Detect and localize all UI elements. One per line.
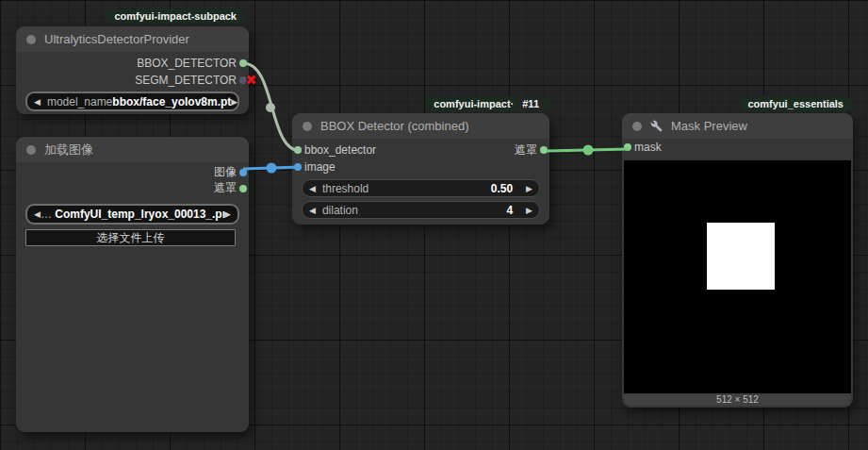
widget-value: bbox/face_yolov8m.pt [112, 95, 231, 108]
wire-mask [547, 149, 629, 151]
choose-file-upload-button[interactable]: 选择文件上传 [25, 229, 236, 246]
prev-arrow-icon[interactable]: ◀ [34, 209, 41, 219]
badge-text: comfyui_essentials [748, 98, 844, 109]
output-slot-segm-detector[interactable]: SEGM_DETECTOR [16, 72, 249, 89]
node-title-bar[interactable]: UltralyticsDetectorProvider [16, 26, 249, 52]
node-badge-essentials: comfyui_essentials [741, 96, 852, 111]
badge-text: comfyui-impact-subpack [114, 10, 237, 22]
input-slot-image[interactable]: image [304, 160, 336, 174]
node-badge-impact-id: comfyui-impact·#11 [426, 96, 551, 111]
node-title: UltralyticsDetectorProvider [44, 32, 189, 46]
output-dot-mask[interactable] [540, 146, 548, 154]
slot-row-image: image [292, 158, 549, 175]
output-dot-bbox-detector[interactable] [239, 59, 247, 67]
input-slot-bbox-detector[interactable]: bbox_detector [304, 143, 376, 157]
output-dot-image[interactable] [239, 169, 247, 176]
node-id-badge: #11 [517, 97, 544, 110]
widget-label: model_name [47, 95, 112, 108]
dilation-widget[interactable]: ◀ dilation 4 ▶ [302, 201, 540, 219]
collapse-dot-icon[interactable] [632, 122, 642, 131]
next-arrow-icon[interactable]: ▶ [224, 209, 231, 219]
comfyui-canvas[interactable]: { "ultralytics": { "badge": "comfyui-imp… [0, 0, 868, 450]
node-badge-impact-subpack: comfyui-impact-subpack [106, 8, 244, 24]
next-arrow-icon[interactable]: ▶ [526, 206, 532, 215]
node-title-bar[interactable]: BBOX Detector (combined) [292, 113, 549, 139]
error-cross-icon: ✖ [245, 73, 257, 87]
mask-white-region [707, 223, 775, 290]
prev-arrow-icon[interactable]: ◀ [309, 184, 316, 193]
collapse-dot-icon[interactable] [303, 122, 312, 131]
wire-midpoint-dot-bbox[interactable] [266, 103, 275, 112]
slot-label: 遮罩 [214, 180, 237, 196]
node-title: Mask Preview [671, 119, 747, 133]
input-dot-bbox-detector[interactable] [294, 146, 302, 154]
output-slot-bbox-detector[interactable]: BBOX_DETECTOR [16, 55, 249, 72]
node-load-image[interactable]: 加载图像 图像 遮罩 ◀ … ComfyUI_temp_lryox_00013_… [16, 137, 249, 432]
slot-row-bbox-detector: bbox_detector 遮罩 [292, 142, 549, 158]
slot-label: SEGM_DETECTOR [135, 74, 237, 87]
node-ultralytics-detector-provider[interactable]: UltralyticsDetectorProvider BBOX_DETECTO… [16, 26, 249, 114]
output-slot-image[interactable]: 图像 [16, 164, 249, 180]
image-dimensions-caption: 512 × 512 [624, 393, 851, 406]
mask-preview-image[interactable] [624, 160, 851, 393]
slot-row-mask: mask [622, 139, 853, 156]
next-arrow-icon[interactable]: ▶ [231, 97, 237, 107]
truncation-ellipsis: … [41, 208, 52, 221]
wrench-icon [650, 120, 663, 132]
node-title: 加载图像 [44, 142, 93, 158]
collapse-dot-icon[interactable] [26, 145, 36, 155]
node-title: BBOX Detector (combined) [320, 119, 469, 133]
wire-midpoint-dot-image[interactable] [267, 163, 277, 174]
node-mask-preview[interactable]: Mask Preview mask 512 × 512 [622, 113, 853, 408]
output-slot-mask[interactable]: 遮罩 [16, 180, 249, 196]
widget-value: 4 [506, 204, 513, 217]
output-dot-mask[interactable] [239, 185, 247, 192]
filename-value: ComfyUI_temp_lryox_00013_.png [55, 208, 224, 221]
slot-label: BBOX_DETECTOR [137, 57, 237, 70]
widget-value: 0.50 [491, 182, 513, 195]
collapse-dot-icon[interactable] [26, 35, 36, 44]
next-arrow-icon[interactable]: ▶ [526, 184, 532, 193]
input-dot-image[interactable] [294, 163, 302, 171]
input-dot-mask[interactable] [624, 143, 631, 151]
prev-arrow-icon[interactable]: ◀ [309, 206, 316, 215]
model-name-widget[interactable]: ◀ model_name bbox/face_yolov8m.pt ▶ [25, 92, 239, 111]
file-select-widget[interactable]: ◀ … ComfyUI_temp_lryox_00013_.png ▶ [25, 204, 239, 225]
slot-label: 图像 [214, 164, 237, 180]
input-slot-mask[interactable]: mask [634, 141, 662, 154]
widget-label: dilation [322, 204, 506, 217]
prev-arrow-icon[interactable]: ◀ [34, 97, 41, 107]
widget-label: threshold [322, 182, 491, 195]
wire-midpoint-dot-mask[interactable] [583, 145, 594, 156]
threshold-widget[interactable]: ◀ threshold 0.50 ▶ [302, 179, 540, 197]
badge-pack-text: comfyui-impact· [434, 98, 514, 109]
output-slot-mask[interactable]: 遮罩 [515, 142, 537, 158]
node-title-bar[interactable]: Mask Preview [622, 113, 853, 139]
node-bbox-detector-combined[interactable]: BBOX Detector (combined) bbox_detector 遮… [292, 113, 549, 225]
node-title-bar[interactable]: 加载图像 [16, 137, 249, 162]
